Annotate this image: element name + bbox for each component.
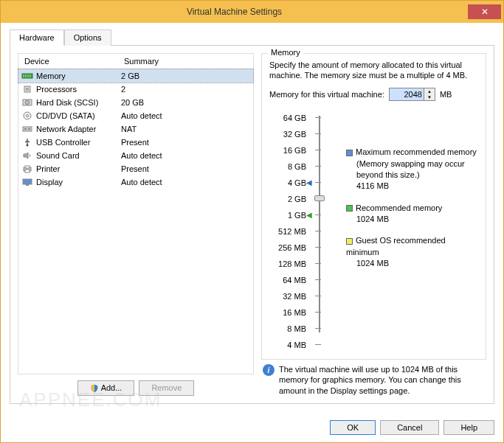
info-note: i The virtual machine will use up to 102… bbox=[261, 360, 486, 396]
titlebar: Virtual Machine Settings ✕ bbox=[1, 1, 503, 23]
slider-label: 256 MB bbox=[278, 240, 306, 256]
device-summary: 2 bbox=[121, 85, 250, 94]
square-blue-icon bbox=[346, 150, 353, 156]
sound-icon bbox=[21, 150, 33, 161]
device-row-sound[interactable]: Sound CardAuto detect bbox=[18, 149, 253, 162]
device-row-usb[interactable]: USB ControllerPresent bbox=[18, 136, 253, 149]
svg-rect-3 bbox=[27, 74, 29, 77]
device-name: Processors bbox=[36, 85, 121, 94]
slider-label: 2 GB bbox=[288, 191, 306, 207]
device-name: Memory bbox=[36, 71, 121, 80]
max-rec-title: Maximum recommended memory bbox=[356, 147, 477, 156]
cancel-button[interactable]: Cancel bbox=[380, 420, 439, 435]
device-row-disk[interactable]: Hard Disk (SCSI)20 GB bbox=[18, 96, 253, 109]
col-header-device[interactable]: Device bbox=[18, 54, 118, 69]
marker-max-icon: ◀ bbox=[306, 178, 312, 186]
device-summary: NAT bbox=[121, 125, 250, 133]
svg-rect-17 bbox=[25, 170, 30, 172]
slider-label: 4 MB bbox=[287, 337, 306, 353]
square-green-icon bbox=[346, 205, 353, 212]
device-row-memory[interactable]: Memory2 GB bbox=[18, 69, 253, 83]
rec-title: Recommended memory bbox=[356, 203, 442, 212]
slider-thumb[interactable] bbox=[314, 195, 325, 201]
svg-rect-19 bbox=[26, 184, 29, 186]
close-icon: ✕ bbox=[481, 7, 489, 17]
add-button[interactable]: Add... bbox=[77, 380, 135, 396]
svg-rect-13 bbox=[28, 128, 30, 130]
memory-unit: MB bbox=[440, 90, 452, 99]
device-summary: Present bbox=[121, 138, 250, 147]
printer-icon bbox=[21, 164, 33, 174]
tab-options[interactable]: Options bbox=[64, 29, 111, 46]
device-name: CD/DVD (SATA) bbox=[36, 111, 121, 120]
spinner-down[interactable]: ▼ bbox=[424, 94, 435, 100]
slider-label: 32 MB bbox=[283, 288, 306, 304]
device-row-printer[interactable]: PrinterPresent bbox=[18, 162, 253, 175]
device-row-cpu[interactable]: Processors2 bbox=[18, 83, 253, 96]
device-name: Printer bbox=[36, 164, 121, 173]
svg-rect-6 bbox=[26, 88, 29, 91]
svg-rect-12 bbox=[24, 128, 27, 130]
slider-label: 64 MB bbox=[283, 272, 306, 288]
memory-icon bbox=[21, 71, 33, 81]
slider-label: 128 MB bbox=[278, 256, 306, 272]
display-icon bbox=[21, 177, 33, 187]
rec-value: 1024 MB bbox=[346, 214, 478, 225]
usb-icon bbox=[21, 137, 33, 147]
remove-button: Remove bbox=[139, 380, 194, 396]
memory-input-label: Memory for this virtual machine: bbox=[269, 90, 384, 99]
svg-rect-16 bbox=[25, 166, 30, 168]
device-summary: 20 GB bbox=[121, 98, 250, 107]
slider-label: 8 MB bbox=[287, 321, 306, 337]
memory-input[interactable] bbox=[389, 88, 424, 101]
cpu-icon bbox=[21, 84, 33, 94]
device-list-header: Device Summary bbox=[18, 54, 253, 69]
device-list: Device Summary Memory2 GBProcessors2Hard… bbox=[18, 53, 254, 374]
svg-point-8 bbox=[25, 100, 30, 105]
memory-group: Memory Specify the amount of memory allo… bbox=[261, 53, 486, 360]
device-name: Display bbox=[36, 178, 121, 186]
max-rec-value: 4116 MB bbox=[346, 181, 478, 192]
slider-label: 1 GB bbox=[288, 207, 306, 223]
guest-min-title: Guest OS recommended minimum bbox=[346, 236, 446, 256]
device-row-cd[interactable]: CD/DVD (SATA)Auto detect bbox=[18, 109, 253, 122]
ok-button[interactable]: OK bbox=[330, 420, 376, 435]
svg-point-14 bbox=[27, 144, 29, 146]
svg-rect-18 bbox=[23, 179, 32, 184]
svg-point-10 bbox=[27, 114, 29, 116]
slider-label: 512 MB bbox=[278, 223, 306, 240]
close-button[interactable]: ✕ bbox=[468, 4, 501, 19]
tab-hardware[interactable]: Hardware bbox=[10, 29, 64, 46]
device-row-display[interactable]: DisplayAuto detect bbox=[18, 175, 253, 189]
slider-label: 8 GB bbox=[288, 158, 306, 175]
window-title: Virtual Machine Settings bbox=[1, 7, 468, 17]
device-summary: Auto detect bbox=[121, 151, 250, 160]
spinner-up[interactable]: ▲ bbox=[424, 88, 435, 94]
shield-icon bbox=[90, 384, 99, 393]
slider-labels: 64 GB32 GB16 GB8 GB4 GB2 GB1 GB512 MB256… bbox=[269, 110, 306, 353]
guest-min-value: 1024 MB bbox=[346, 258, 478, 269]
svg-rect-1 bbox=[23, 74, 24, 77]
slider-label: 16 MB bbox=[283, 304, 306, 321]
device-summary: Auto detect bbox=[121, 111, 250, 120]
square-yellow-icon bbox=[346, 238, 353, 245]
tabs: Hardware Options bbox=[10, 29, 494, 46]
device-summary: Present bbox=[121, 164, 250, 173]
max-rec-note: (Memory swapping may occur beyond this s… bbox=[346, 158, 478, 181]
slider-label: 64 GB bbox=[283, 110, 306, 126]
slider-label: 32 GB bbox=[283, 126, 306, 142]
col-header-summary[interactable]: Summary bbox=[118, 54, 253, 69]
svg-rect-2 bbox=[25, 74, 27, 77]
device-row-net[interactable]: Network AdapterNAT bbox=[18, 122, 253, 136]
svg-rect-11 bbox=[23, 127, 32, 131]
help-button[interactable]: Help bbox=[443, 420, 494, 435]
cd-icon bbox=[21, 111, 33, 121]
memory-slider[interactable]: ◀ ◀ bbox=[312, 110, 327, 338]
info-text: The virtual machine will use up to 1024 … bbox=[279, 364, 485, 396]
slider-label: 4 GB bbox=[288, 175, 306, 191]
net-icon bbox=[21, 124, 33, 134]
device-name: USB Controller bbox=[36, 138, 121, 147]
slider-label: 16 GB bbox=[283, 142, 306, 158]
device-name: Hard Disk (SCSI) bbox=[36, 98, 121, 107]
svg-rect-4 bbox=[30, 74, 31, 77]
